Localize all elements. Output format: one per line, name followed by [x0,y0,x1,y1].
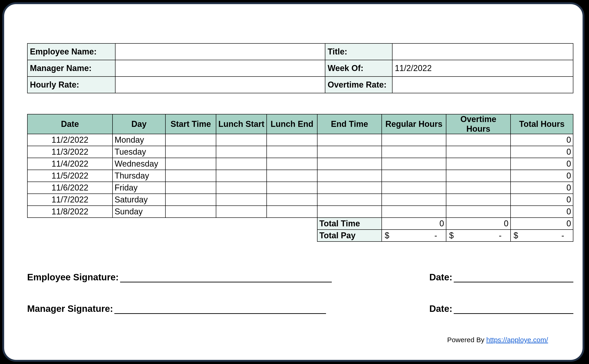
cell-total: 0 [510,134,573,146]
signatures-section: Employee Signature: Date: Manager Signat… [27,272,573,314]
col-total-hours: Total Hours [510,114,573,134]
cell-total: 0 [510,146,573,158]
timesheet-table: Date Day Start Time Lunch Start Lunch En… [27,114,573,242]
manager-signature-line[interactable] [114,303,326,314]
cell-start[interactable] [165,182,216,194]
cell-lunch-start[interactable] [216,134,267,146]
week-of-value[interactable]: 11/2/2022 [392,60,573,77]
total-time-value: 0 [510,218,573,230]
table-row: 11/8/2022Sunday0 [27,206,573,218]
cell-day: Tuesday [113,146,165,158]
cell-date: 11/3/2022 [27,146,113,158]
cell-date: 11/4/2022 [27,158,113,170]
cell-lunch-end[interactable] [267,194,317,206]
cell-lunch-start[interactable] [216,146,267,158]
total-time-label: Total Time [317,218,382,230]
total-pay-row: Total Pay $- $- $- [27,230,573,241]
cell-lunch-end[interactable] [267,182,317,194]
cell-end[interactable] [317,146,382,158]
cell-overtime[interactable] [446,170,510,182]
table-row: 11/7/2022Saturday0 [27,194,573,206]
employee-date-line[interactable] [454,272,573,282]
cell-regular[interactable] [382,158,446,170]
cell-start[interactable] [165,206,216,218]
cell-lunch-start[interactable] [216,182,267,194]
cell-day: Friday [113,182,165,194]
cell-start[interactable] [165,134,216,146]
cell-end[interactable] [317,158,382,170]
overtime-rate-value[interactable] [392,77,573,93]
cell-date: 11/8/2022 [27,206,113,218]
table-row: 11/3/2022Tuesday0 [27,146,573,158]
col-end-time: End Time [317,114,382,134]
cell-regular[interactable] [382,146,446,158]
manager-date-line[interactable] [454,303,573,314]
cell-lunch-end[interactable] [267,146,317,158]
cell-day: Thursday [113,170,165,182]
cell-end[interactable] [317,206,382,218]
cell-overtime[interactable] [446,158,510,170]
cell-regular[interactable] [382,194,446,206]
cell-day: Wednesday [113,158,165,170]
total-regular-time: 0 [382,218,446,230]
cell-regular[interactable] [382,182,446,194]
cell-date: 11/6/2022 [27,182,113,194]
cell-regular[interactable] [382,134,446,146]
currency-symbol: $ [514,231,518,240]
employee-name-value[interactable] [115,43,325,60]
cell-lunch-start[interactable] [216,170,267,182]
total-pay-value: $- [510,230,573,241]
employee-signature-line[interactable] [120,272,332,282]
col-lunch-start: Lunch Start [216,114,267,134]
cell-start[interactable] [165,146,216,158]
cell-start[interactable] [165,194,216,206]
cell-overtime[interactable] [446,194,510,206]
cell-lunch-end[interactable] [267,170,317,182]
cell-overtime[interactable] [446,182,510,194]
hourly-rate-value[interactable] [115,77,325,93]
cell-overtime[interactable] [446,206,510,218]
pay-dash: - [561,231,564,240]
cell-lunch-start[interactable] [216,158,267,170]
manager-name-value[interactable] [115,60,325,77]
cell-end[interactable] [317,170,382,182]
cell-date: 11/7/2022 [27,194,113,206]
cell-start[interactable] [165,170,216,182]
cell-end[interactable] [317,134,382,146]
cell-lunch-start[interactable] [216,194,267,206]
cell-day: Sunday [113,206,165,218]
cell-lunch-end[interactable] [267,206,317,218]
title-value[interactable] [392,43,573,60]
hourly-rate-label: Hourly Rate: [27,77,115,93]
total-pay-label: Total Pay [317,230,382,241]
cell-total: 0 [510,206,573,218]
header-row-1: Employee Name: Title: [27,43,573,60]
cell-total: 0 [510,158,573,170]
currency-symbol: $ [385,231,389,240]
cell-total: 0 [510,194,573,206]
week-of-label: Week Of: [325,60,392,77]
total-regular-pay: $- [382,230,446,241]
cell-overtime[interactable] [446,146,510,158]
cell-lunch-end[interactable] [267,158,317,170]
cell-end[interactable] [317,194,382,206]
cell-total: 0 [510,170,573,182]
total-overtime-pay: $- [446,230,510,241]
overtime-rate-label: Overtime Rate: [325,77,392,93]
cell-start[interactable] [165,158,216,170]
header-table: Employee Name: Title: Manager Name: Week… [27,43,573,93]
content-area: Employee Name: Title: Manager Name: Week… [27,43,573,335]
powered-text: Powered By [447,336,486,344]
table-row: 11/5/2022Thursday0 [27,170,573,182]
col-day: Day [113,114,165,134]
cell-regular[interactable] [382,170,446,182]
cell-lunch-end[interactable] [267,134,317,146]
cell-lunch-start[interactable] [216,206,267,218]
cell-overtime[interactable] [446,134,510,146]
cell-end[interactable] [317,182,382,194]
manager-signature-row: Manager Signature: Date: [27,303,573,314]
cell-regular[interactable] [382,206,446,218]
total-overtime-time: 0 [446,218,510,230]
cell-date: 11/5/2022 [27,170,113,182]
powered-link[interactable]: https://apploye.com/ [486,336,548,344]
